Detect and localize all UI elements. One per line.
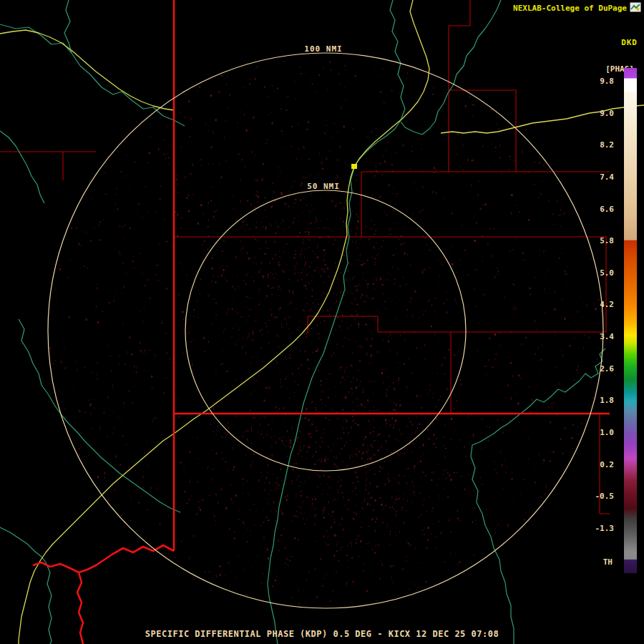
county-boundary [174,237,606,414]
colorbar-scale-value: 0.2 [584,460,614,469]
county-boundary [361,0,610,237]
river [0,24,185,126]
colorbar-scale-value: -0.5 [584,492,614,501]
range-ring-label-50nmi: 50 NMI [307,182,340,191]
radar-map [0,0,644,644]
river [19,319,180,512]
colorbar-scale-value: 1.8 [584,396,614,405]
threshold-label: TH [603,557,613,567]
colorbar-scale-value: 5.8 [584,236,614,245]
range-ring-label-100nmi: 100 NMI [304,44,342,54]
attribution-text: NEXLAB-College of DuPage [513,4,627,13]
river [0,527,52,644]
cod-logo-icon [630,2,641,12]
colorbar-scale-value: -1.3 [584,524,614,533]
colorbar-scale-value: 9.8 [584,77,614,86]
range-rings-layer [48,53,603,608]
colorbar-scale-value: 8.2 [584,140,614,150]
colorbar-scale-value: 5.0 [584,268,614,278]
river [401,0,501,135]
range-ring-50nmi [185,190,466,471]
state-boundaries-layer [33,0,610,644]
river [64,0,72,53]
highways-layer [0,0,644,644]
radar-echo-layer [49,62,602,606]
radar-screen: 100 NMI 50 NMI NEXLAB-College of DuPage … [0,0,644,644]
colorbar-scale-value: 6.6 [584,205,614,214]
colorbar-scale-value: 3.4 [584,332,614,341]
colorbar-scale-value: 2.6 [584,364,614,374]
highway [0,30,174,110]
city-marker [351,164,357,169]
highway [19,0,429,644]
range-ring-100nmi [48,53,603,608]
product-code-label: DKD [621,38,638,47]
county-boundary [0,152,96,180]
product-title: SPECIFIC DIFFERENTIAL PHASE (KDP) 0.5 DE… [0,629,644,639]
river [0,131,44,203]
colorbar-scale-value: 1.0 [584,428,614,437]
colorbar [624,68,637,573]
colorbar-scale-value: 7.4 [584,172,614,182]
colorbar-scale-value: 4.2 [584,300,614,309]
colorbar-scale-value: 9.0 [584,109,614,118]
